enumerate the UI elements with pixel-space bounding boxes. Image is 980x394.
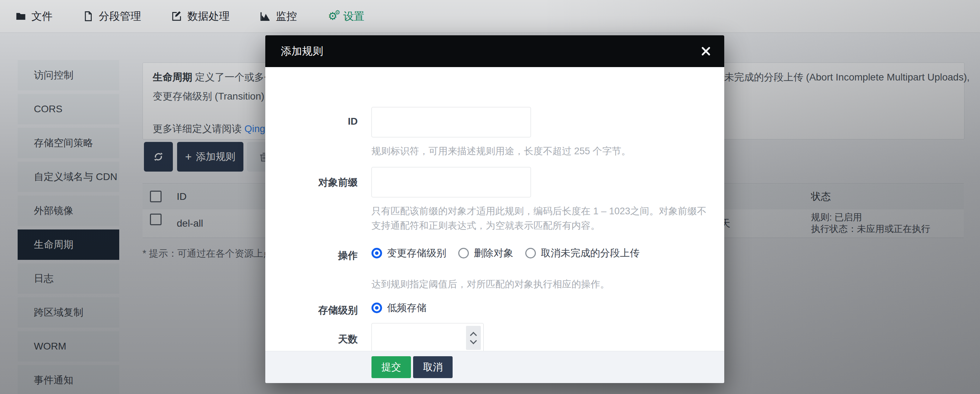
days-input[interactable]	[372, 324, 463, 353]
radio-label-delete-object[interactable]: 删除对象	[474, 246, 513, 260]
radio-delete-object[interactable]	[458, 248, 469, 258]
storage-class-radio-group: 低频存储	[371, 301, 439, 314]
action-help-text: 达到规则指定阈值后，对所匹配的对象执行相应的操作。	[371, 277, 710, 292]
days-input-wrap	[371, 323, 484, 353]
prefix-help-text: 只有匹配该前缀的对象才适用此规则，编码后长度在 1 – 1023之间。对象前缀不…	[371, 204, 710, 233]
modal-title: 添加规则	[281, 44, 323, 59]
radio-change-storage-class[interactable]	[371, 248, 382, 258]
id-input[interactable]	[371, 107, 531, 137]
modal-footer: 提交 取消	[265, 351, 724, 383]
number-stepper[interactable]	[466, 326, 481, 350]
modal-header: 添加规则	[265, 35, 724, 67]
id-help-text: 规则标识符，可用来描述规则用途，长度不超过 255 个字节。	[371, 144, 710, 158]
submit-button[interactable]: 提交	[371, 356, 411, 378]
storage-class-field-label: 存储级别	[265, 304, 358, 317]
action-field-label: 操作	[265, 249, 358, 262]
radio-abort-multipart[interactable]	[525, 248, 536, 258]
radio-label-abort-multipart[interactable]: 取消未完成的分段上传	[541, 246, 640, 260]
cancel-button[interactable]: 取消	[413, 356, 453, 378]
days-field-label: 天数	[265, 333, 358, 346]
radio-label-infrequent-access[interactable]: 低频存储	[387, 301, 426, 314]
id-field-label: ID	[265, 116, 358, 127]
radio-infrequent-access[interactable]	[371, 303, 382, 313]
chevron-down-icon	[470, 337, 477, 344]
prefix-field-label: 对象前缀	[265, 176, 358, 189]
add-rule-modal: 添加规则 ID 规则标识符，可用来描述规则用途，长度不超过 255 个字节。 对…	[265, 35, 724, 383]
action-radio-group: 变更存储级别 删除对象 取消未完成的分段上传	[371, 246, 652, 260]
close-icon[interactable]	[700, 46, 711, 57]
modal-body: ID 规则标识符，可用来描述规则用途，长度不超过 255 个字节。 对象前缀 只…	[265, 67, 724, 351]
prefix-input[interactable]	[371, 167, 531, 197]
radio-label-change-storage-class[interactable]: 变更存储级别	[387, 246, 446, 260]
